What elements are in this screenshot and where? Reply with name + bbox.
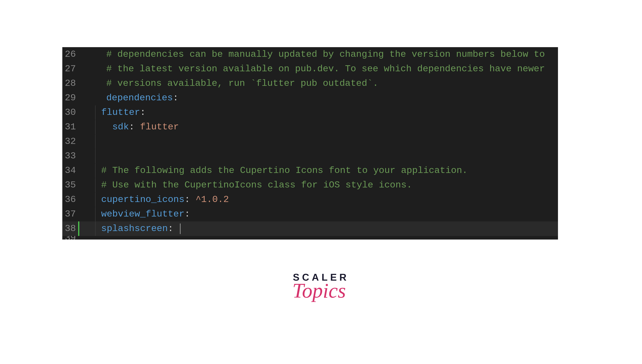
code-editor[interactable]: 26 # dependencies can be manually update… — [62, 47, 558, 240]
line-number: 26 — [62, 47, 79, 62]
code-line-29[interactable]: 29 dependencies: — [62, 91, 558, 105]
line-content[interactable]: # the latest version available on pub.de… — [79, 62, 545, 76]
line-content[interactable]: webview_flutter: — [79, 207, 190, 222]
code-line-32[interactable]: 32 — [62, 134, 558, 149]
line-content[interactable]: sdk: flutter — [79, 120, 179, 134]
scaler-topics-logo: SCALER Topics — [293, 272, 349, 303]
line-number: 27 — [62, 62, 79, 76]
line-number: 28 — [62, 76, 79, 91]
line-number: 31 — [62, 120, 79, 134]
line-content[interactable]: cupertino_icons: ^1.0.2 — [79, 192, 229, 207]
line-content[interactable] — [79, 149, 101, 163]
line-number: 30 — [62, 105, 79, 120]
line-content[interactable] — [79, 236, 95, 240]
line-content[interactable]: # Use with the CupertinoIcons class for … — [79, 178, 412, 192]
line-number: 39 — [62, 236, 79, 240]
code-line-30[interactable]: 30 flutter: — [62, 105, 558, 120]
line-number: 34 — [62, 163, 79, 178]
line-number: 38 — [62, 222, 79, 236]
code-line-35[interactable]: 35 # Use with the CupertinoIcons class f… — [62, 178, 558, 192]
logo-text-bottom: Topics — [291, 279, 347, 303]
code-line-31[interactable]: 31 sdk: flutter — [62, 120, 558, 134]
line-content[interactable]: flutter: — [79, 105, 146, 120]
line-content[interactable] — [79, 134, 101, 149]
line-content[interactable]: # dependencies can be manually updated b… — [79, 47, 545, 62]
code-line-27[interactable]: 27 # the latest version available on pub… — [62, 62, 558, 76]
code-line-39[interactable]: 39 — [62, 236, 558, 240]
code-line-37[interactable]: 37 webview_flutter: — [62, 207, 558, 222]
line-number: 32 — [62, 134, 79, 149]
line-number: 29 — [62, 91, 79, 105]
line-content[interactable]: splashscreen: — [79, 222, 180, 236]
line-content[interactable]: # versions available, run `flutter pub o… — [79, 76, 378, 91]
line-content[interactable]: dependencies: — [79, 91, 178, 105]
code-line-26[interactable]: 26 # dependencies can be manually update… — [62, 47, 558, 62]
line-number: 33 — [62, 149, 79, 163]
code-line-36[interactable]: 36 cupertino_icons: ^1.0.2 — [62, 192, 558, 207]
code-line-38[interactable]: 38 splashscreen: — [62, 222, 558, 236]
code-line-34[interactable]: 34 # The following adds the Cupertino Ic… — [62, 163, 558, 178]
line-number: 36 — [62, 192, 79, 207]
line-number: 35 — [62, 178, 79, 192]
line-content[interactable]: # The following adds the Cupertino Icons… — [79, 163, 468, 178]
code-line-33[interactable]: 33 — [62, 149, 558, 163]
text-cursor — [180, 224, 180, 234]
line-number: 37 — [62, 207, 79, 222]
code-line-28[interactable]: 28 # versions available, run `flutter pu… — [62, 76, 558, 91]
